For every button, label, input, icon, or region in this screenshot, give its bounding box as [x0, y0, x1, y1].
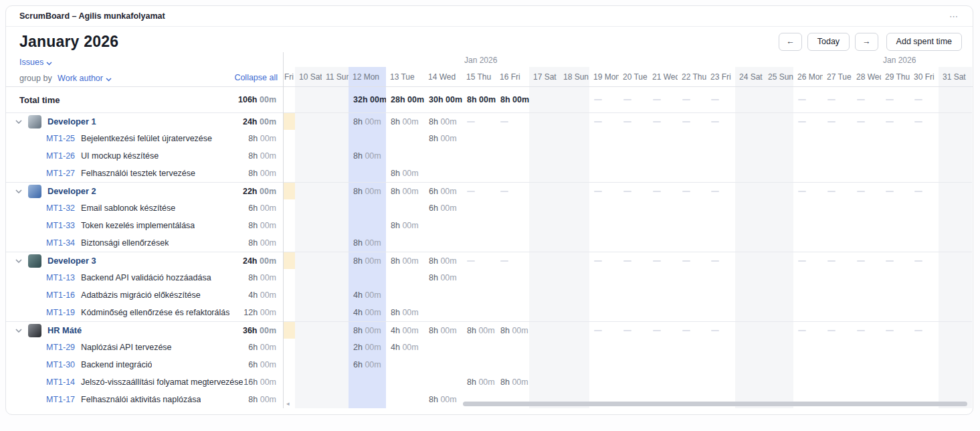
grid-cell[interactable] [648, 87, 678, 112]
grid-cell[interactable] [496, 199, 529, 217]
grid-cell[interactable]: 4h 00m [349, 304, 386, 321]
grid-cell[interactable] [910, 199, 939, 217]
grid-cell[interactable] [910, 252, 939, 269]
grid-cell[interactable] [559, 130, 589, 147]
grid-cell[interactable] [648, 183, 678, 199]
grid-cell[interactable] [939, 147, 972, 165]
grid-cell[interactable] [678, 183, 706, 199]
grid-cell[interactable] [619, 286, 648, 304]
group-name[interactable]: Developer 2 [47, 186, 96, 196]
grid-cell[interactable] [295, 322, 322, 339]
grid-cell[interactable] [706, 87, 735, 112]
issue-id-link[interactable]: MT1-27 [46, 169, 75, 178]
grid-cell[interactable] [910, 269, 939, 286]
grid-cell[interactable] [735, 130, 764, 147]
grid-cell[interactable] [349, 199, 386, 217]
grid-cell[interactable] [648, 165, 678, 182]
grid-cell[interactable] [322, 130, 349, 147]
grid-cell[interactable]: 8h 00m [462, 322, 496, 339]
grid-cell[interactable] [764, 286, 793, 304]
grid-cell[interactable] [386, 130, 424, 147]
grid-cell[interactable] [619, 252, 648, 269]
grid-cell[interactable] [939, 217, 972, 234]
grid-cell[interactable] [910, 234, 939, 252]
grid-cell[interactable] [559, 87, 589, 112]
grid-cell[interactable] [852, 165, 881, 182]
grid-cell[interactable]: 6h 00m [349, 356, 386, 373]
grid-cell[interactable] [424, 165, 462, 182]
grid-cell[interactable] [462, 356, 496, 373]
grid-cell[interactable] [284, 234, 295, 252]
grid-cell[interactable] [589, 165, 619, 182]
grid-cell[interactable] [559, 373, 589, 391]
grid-cell[interactable] [706, 269, 735, 286]
grid-cell[interactable] [939, 130, 972, 147]
grid-cell[interactable] [322, 234, 349, 252]
grid-cell[interactable] [881, 234, 910, 252]
issue-row[interactable]: MT1-14Jelszó-visszaállítási folyamat meg… [6, 373, 283, 391]
grid-cell[interactable] [322, 147, 349, 165]
grid-cell[interactable] [349, 217, 386, 234]
grid-cell[interactable]: 4h 00m [386, 339, 424, 356]
grid-cell[interactable] [764, 304, 793, 321]
grid-cell[interactable] [735, 147, 764, 165]
grid-cell[interactable] [852, 269, 881, 286]
grid-cell[interactable] [793, 373, 823, 391]
grid-cell[interactable] [322, 322, 349, 339]
grid-cell[interactable] [764, 339, 793, 356]
issue-id-link[interactable]: MT1-32 [46, 203, 75, 213]
issue-row[interactable]: MT1-30Backend integráció6h 00m [6, 356, 283, 373]
grid-cell[interactable]: 8h 00m [424, 391, 462, 408]
grid-cell[interactable] [939, 165, 972, 182]
grid-cell[interactable] [793, 113, 823, 130]
grid-cell[interactable] [881, 199, 910, 217]
grid-cell[interactable] [706, 234, 735, 252]
grid-cell[interactable] [793, 217, 823, 234]
grid-cell[interactable]: 8h 00m [386, 217, 424, 234]
grid-cell[interactable] [529, 165, 559, 182]
issue-row[interactable]: MT1-33Token kezelés implementálása8h 00m [6, 217, 283, 234]
issue-id-link[interactable]: MT1-14 [46, 377, 75, 387]
grid-cell[interactable] [910, 322, 939, 339]
grid-cell[interactable]: 8h 00m [349, 183, 386, 199]
chevron-down-icon[interactable] [15, 329, 25, 333]
grid-cell[interactable]: 8h 00m [386, 183, 424, 199]
issue-row[interactable]: MT1-34Biztonsági ellenőrzések8h 00m [6, 234, 283, 252]
grid-cell[interactable] [322, 217, 349, 234]
grid-cell[interactable] [793, 322, 823, 339]
chevron-down-icon[interactable] [15, 259, 25, 263]
grid-cell[interactable] [284, 322, 295, 339]
grid-cell[interactable] [939, 234, 972, 252]
grid-cell[interactable] [764, 199, 793, 217]
grid-cell[interactable] [735, 252, 764, 269]
grid-cell[interactable] [706, 165, 735, 182]
grid-cell[interactable] [295, 113, 322, 130]
grid-cell[interactable] [910, 286, 939, 304]
grid-cell[interactable] [589, 339, 619, 356]
grid-cell[interactable] [793, 269, 823, 286]
grid-cell[interactable]: 32h 00m [349, 87, 386, 112]
grid-cell[interactable] [619, 217, 648, 234]
grid-cell[interactable] [735, 113, 764, 130]
issue-id-link[interactable]: MT1-17 [46, 395, 75, 404]
issue-id-link[interactable]: MT1-25 [46, 134, 75, 143]
grid-cell[interactable] [322, 339, 349, 356]
grid-cell[interactable] [910, 113, 939, 130]
grid-cell[interactable] [910, 130, 939, 147]
grid-cell[interactable] [529, 199, 559, 217]
grid-cell[interactable] [284, 304, 295, 321]
grid-cell[interactable] [462, 147, 496, 165]
grid-cell[interactable]: 28h 00m [386, 87, 424, 112]
grid-cell[interactable] [823, 113, 852, 130]
grid-cell[interactable] [678, 87, 706, 112]
grid-cell[interactable] [678, 269, 706, 286]
grid-cell[interactable] [619, 322, 648, 339]
grid-cell[interactable] [823, 286, 852, 304]
grid-cell[interactable] [648, 304, 678, 321]
grid-cell[interactable] [678, 304, 706, 321]
grid-cell[interactable] [852, 304, 881, 321]
group-by-dropdown[interactable]: Work author [58, 74, 112, 84]
grid-cell[interactable] [939, 373, 972, 391]
grid-cell[interactable] [462, 269, 496, 286]
grid-cell[interactable]: 8h 00m [462, 373, 496, 391]
